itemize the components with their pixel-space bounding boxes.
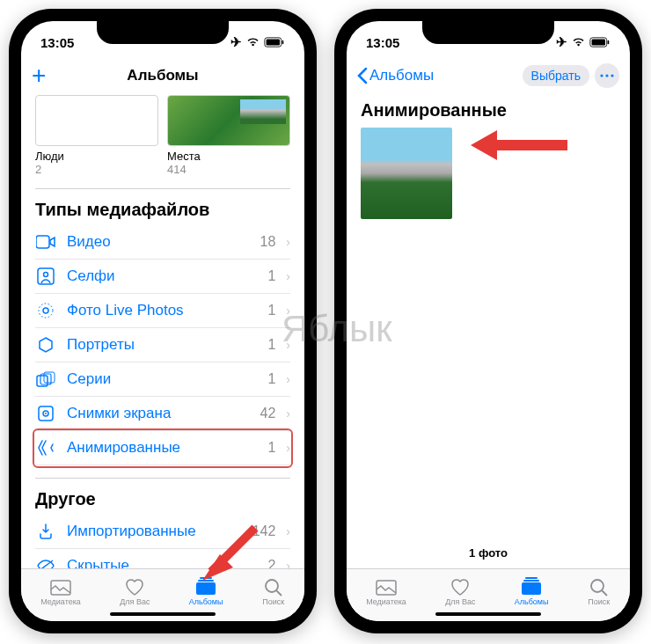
svg-rect-28 bbox=[525, 577, 538, 579]
hidden-icon bbox=[35, 559, 56, 568]
chevron-icon: › bbox=[286, 304, 290, 318]
svg-point-13 bbox=[45, 413, 47, 414]
row-label: Портреты bbox=[67, 336, 257, 354]
tab-label: Для Вас bbox=[445, 597, 475, 606]
photo-thumbnail[interactable] bbox=[361, 128, 452, 219]
tab-albums[interactable]: Альбомы bbox=[515, 577, 549, 606]
chevron-left-icon bbox=[357, 67, 368, 84]
airplane-icon: ✈ bbox=[556, 34, 567, 50]
animated-icon bbox=[35, 439, 56, 457]
row-video[interactable]: Видео 18 › bbox=[35, 225, 290, 260]
svg-rect-1 bbox=[267, 40, 280, 46]
chevron-icon: › bbox=[286, 372, 290, 386]
row-livephotos[interactable]: Фото Live Photos 1 › bbox=[35, 294, 290, 328]
red-arrow-annotation bbox=[466, 123, 572, 167]
phone-frame-right: 13:05 ✈ Альбомы Выбрать Анимированные bbox=[334, 9, 642, 633]
back-label: Альбомы bbox=[369, 67, 434, 84]
airplane-icon: ✈ bbox=[230, 34, 242, 50]
phone-frame-left: 13:05 ✈ + Альбомы Люди 2 Места bbox=[9, 9, 317, 633]
chevron-icon: › bbox=[286, 441, 290, 455]
more-button[interactable] bbox=[595, 63, 619, 88]
row-count: 1 bbox=[267, 371, 275, 387]
svg-point-18 bbox=[266, 580, 278, 592]
chevron-icon: › bbox=[286, 524, 290, 538]
wifi-icon bbox=[245, 37, 260, 48]
tab-library[interactable]: Медиатека bbox=[366, 577, 406, 606]
row-count: 1 bbox=[267, 440, 275, 456]
burst-icon bbox=[35, 371, 56, 387]
back-button[interactable]: Альбомы bbox=[357, 67, 434, 84]
select-button[interactable]: Выбрать bbox=[523, 65, 589, 86]
tab-label: Медиатека bbox=[40, 597, 81, 606]
chevron-icon: › bbox=[286, 338, 290, 352]
svg-rect-27 bbox=[523, 580, 539, 582]
more-icon bbox=[600, 74, 614, 77]
nav-bar: + Альбомы bbox=[21, 56, 304, 95]
notch bbox=[422, 21, 554, 44]
row-label: Серии bbox=[67, 370, 257, 388]
svg-rect-3 bbox=[36, 236, 49, 248]
row-label: Фото Live Photos bbox=[67, 302, 257, 319]
home-indicator bbox=[435, 612, 541, 616]
row-portraits[interactable]: Портреты 1 › bbox=[35, 328, 290, 362]
nav-title: Альбомы bbox=[21, 67, 304, 84]
status-time: 13:05 bbox=[40, 35, 74, 50]
selfie-icon bbox=[35, 267, 56, 285]
svg-rect-2 bbox=[282, 40, 284, 44]
svg-point-24 bbox=[611, 74, 613, 77]
tab-foryou[interactable]: Для Вас bbox=[445, 577, 475, 606]
screenshot-icon bbox=[35, 405, 56, 422]
row-label: Анимированные bbox=[67, 439, 257, 457]
row-count: 42 bbox=[260, 406, 276, 421]
row-count: 1 bbox=[267, 337, 275, 353]
album-name: Места bbox=[167, 150, 290, 163]
tab-library[interactable]: Медиатека bbox=[40, 577, 81, 606]
svg-rect-26 bbox=[522, 582, 541, 595]
row-selfie[interactable]: Селфи 1 › bbox=[35, 260, 290, 294]
imported-icon bbox=[35, 523, 56, 540]
tab-label: Альбомы bbox=[515, 597, 549, 606]
portrait-icon bbox=[35, 336, 56, 354]
row-screenshots[interactable]: Снимки экрана 42 › bbox=[35, 397, 290, 431]
chevron-icon: › bbox=[286, 559, 290, 568]
wifi-icon bbox=[571, 37, 586, 48]
tab-label: Альбомы bbox=[189, 597, 223, 606]
section-other: Другое bbox=[35, 478, 290, 509]
svg-point-5 bbox=[44, 273, 48, 277]
row-animated[interactable]: Анимированные 1 › bbox=[35, 431, 290, 465]
svg-point-23 bbox=[605, 74, 608, 77]
tab-foryou[interactable]: Для Вас bbox=[120, 577, 150, 606]
row-bursts[interactable]: Серии 1 › bbox=[35, 362, 290, 397]
status-time: 13:05 bbox=[366, 35, 399, 50]
section-media-types: Типы медиафайлов bbox=[35, 188, 290, 220]
album-name: Люди bbox=[35, 150, 158, 163]
row-count: 18 bbox=[260, 234, 276, 250]
nav-bar: Альбомы Выбрать bbox=[347, 56, 630, 95]
album-places[interactable]: Места 414 bbox=[167, 95, 290, 176]
notch bbox=[97, 21, 229, 44]
tab-label: Поиск bbox=[588, 597, 610, 606]
add-button[interactable]: + bbox=[32, 63, 46, 88]
tab-label: Для Вас bbox=[120, 597, 150, 606]
row-count: 1 bbox=[267, 268, 275, 284]
row-count: 2 bbox=[267, 558, 275, 568]
livephotos-icon bbox=[35, 302, 56, 319]
red-arrow-annotation bbox=[194, 519, 264, 589]
tab-label: Медиатека bbox=[366, 597, 406, 606]
svg-rect-20 bbox=[592, 40, 605, 46]
video-icon bbox=[35, 235, 56, 249]
row-label: Селфи bbox=[67, 267, 257, 285]
home-indicator bbox=[110, 612, 216, 616]
svg-point-29 bbox=[591, 580, 603, 592]
svg-point-6 bbox=[43, 308, 48, 313]
row-label: Снимки экрана bbox=[67, 405, 250, 422]
row-label: Видео bbox=[67, 233, 250, 251]
tab-search[interactable]: Поиск bbox=[262, 577, 285, 606]
battery-icon bbox=[589, 37, 611, 48]
album-people[interactable]: Люди 2 bbox=[35, 95, 158, 176]
photo-count: 1 фото bbox=[347, 538, 630, 568]
svg-point-22 bbox=[600, 74, 603, 77]
tab-label: Поиск bbox=[262, 597, 284, 606]
svg-rect-21 bbox=[608, 40, 610, 44]
tab-search[interactable]: Поиск bbox=[588, 577, 611, 606]
